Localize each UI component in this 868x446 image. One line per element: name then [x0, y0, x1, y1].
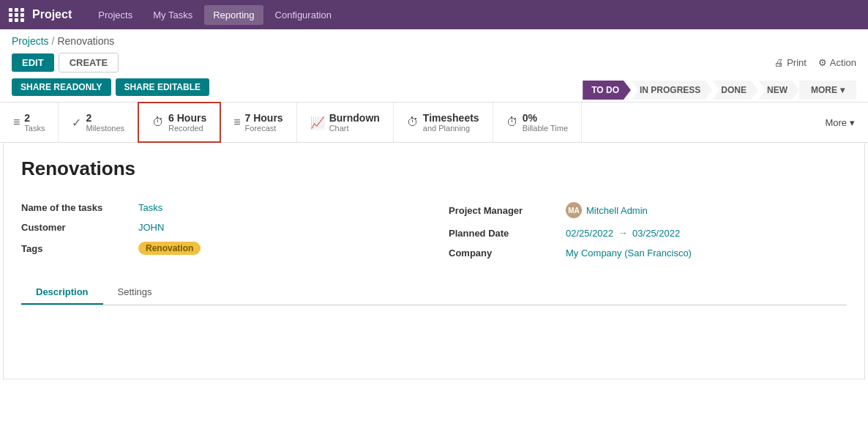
date-start: 02/25/2022: [566, 228, 613, 239]
milestones-icon: ✓: [72, 116, 81, 130]
date-end: 03/25/2022: [632, 228, 680, 239]
chevron-down-icon: ▾: [840, 85, 845, 95]
stat-billable[interactable]: ⏱ 0% Billable Time: [493, 103, 582, 142]
customer-label: Customer: [21, 222, 138, 233]
breadcrumb-separator: /: [52, 35, 55, 47]
app-grid-icon[interactable]: [9, 8, 25, 22]
billable-icon: ⏱: [506, 116, 518, 129]
edit-button[interactable]: EDIT: [12, 53, 54, 72]
nav-links: Projects My Tasks Reporting Configuratio…: [89, 5, 340, 25]
milestones-label: Milestones: [86, 124, 124, 133]
name-of-tasks-value[interactable]: Tasks: [138, 202, 162, 213]
status-done[interactable]: DONE: [712, 81, 758, 100]
chevron-down-icon-stats: ▾: [850, 117, 855, 128]
manager-name: Mitchell Admin: [586, 205, 648, 216]
stat-hours-recorded[interactable]: ⏱ 6 Hours Recorded: [138, 102, 221, 143]
avatar: MA: [566, 202, 582, 218]
action-bar-left: EDIT CREATE: [12, 53, 119, 73]
stat-milestones[interactable]: ✓ 2 Milestones: [59, 103, 138, 142]
stat-hours-forecast[interactable]: ≡ 7 Hours Forecast: [220, 103, 296, 142]
tab-settings[interactable]: Settings: [103, 280, 167, 305]
share-editable-button[interactable]: SHARE EDITABLE: [116, 78, 209, 96]
timesheets-icon: ⏱: [407, 116, 419, 129]
name-of-tasks-label: Name of the tasks: [21, 202, 138, 213]
status-pipeline: TO DO IN PROGRESS DONE NEW MORE ▾: [583, 81, 856, 100]
tab-description[interactable]: Description: [21, 280, 103, 305]
status-done-label: DONE: [712, 81, 758, 100]
tab-content-description: [21, 305, 847, 364]
planned-date-value[interactable]: 02/25/2022 → 03/25/2022: [566, 227, 680, 239]
customer-value[interactable]: JOHN: [138, 222, 164, 233]
tags-label: Tags: [21, 243, 138, 254]
burndown-label: Chart: [329, 124, 380, 133]
breadcrumb: Projects / Renovations: [0, 29, 868, 50]
share-status-bar: SHARE READONLY SHARE EDITABLE TO DO IN P…: [0, 78, 868, 103]
tags-value[interactable]: Renovation: [138, 242, 201, 255]
fields-grid: Name of the tasks Tasks Customer JOHN Ta…: [21, 198, 847, 263]
status-inprogress[interactable]: IN PROGRESS: [631, 81, 712, 100]
project-title: Renovations: [21, 157, 847, 180]
project-manager-label: Project Manager: [449, 205, 566, 216]
tasks-value: 2: [24, 112, 45, 124]
status-todo-label: TO DO: [583, 81, 631, 100]
action-button[interactable]: ⚙ Action: [818, 57, 856, 68]
nav-my-tasks[interactable]: My Tasks: [144, 5, 201, 25]
billable-value: 0%: [523, 112, 568, 124]
app-name: Project: [32, 8, 72, 21]
status-new-label: NEW: [758, 81, 799, 100]
status-new[interactable]: NEW: [758, 81, 799, 100]
share-buttons: SHARE READONLY SHARE EDITABLE: [12, 78, 209, 102]
nav-reporting[interactable]: Reporting: [204, 5, 263, 25]
company-label: Company: [449, 248, 566, 259]
stats-more-label: More: [825, 117, 847, 128]
fields-left: Name of the tasks Tasks Customer JOHN Ta…: [21, 198, 419, 263]
share-readonly-button[interactable]: SHARE READONLY: [12, 78, 111, 96]
field-customer: Customer JOHN: [21, 218, 419, 237]
action-bar: EDIT CREATE 🖨 Print ⚙ Action: [0, 50, 868, 78]
hours-forecast-label: Forecast: [245, 124, 283, 133]
detail-tabs: Description Settings: [21, 280, 847, 305]
milestones-value: 2: [86, 112, 124, 124]
gear-icon: ⚙: [818, 57, 827, 68]
field-name-of-tasks: Name of the tasks Tasks: [21, 198, 419, 218]
field-company: Company My Company (San Francisco): [449, 243, 847, 263]
hours-forecast-value: 7 Hours: [245, 112, 283, 124]
breadcrumb-current: Renovations: [57, 35, 114, 47]
company-value[interactable]: My Company (San Francisco): [566, 248, 692, 259]
timesheets-label: and Planning: [423, 124, 479, 133]
project-manager-value[interactable]: MA Mitchell Admin: [566, 202, 648, 218]
stat-timesheets[interactable]: ⏱ Timesheets and Planning: [394, 103, 493, 142]
status-more-label: MORE: [811, 85, 837, 95]
stat-burndown[interactable]: 📈 Burndown Chart: [297, 103, 394, 142]
nav-configuration[interactable]: Configuration: [266, 5, 340, 25]
field-planned-date: Planned Date 02/25/2022 → 03/25/2022: [449, 223, 847, 243]
content-area: Renovations Name of the tasks Tasks Cust…: [3, 143, 865, 379]
field-tags: Tags Renovation: [21, 237, 419, 259]
print-label: Print: [787, 57, 807, 68]
forecast-icon: ≡: [233, 116, 240, 129]
nav-projects[interactable]: Projects: [89, 5, 141, 25]
date-arrow-icon: →: [618, 227, 628, 239]
planned-date-label: Planned Date: [449, 228, 566, 239]
tasks-icon: ≡: [13, 116, 20, 129]
print-button[interactable]: 🖨 Print: [774, 57, 807, 68]
breadcrumb-parent[interactable]: Projects: [12, 35, 49, 47]
chart-icon: 📈: [310, 116, 325, 130]
clock-icon: ⏱: [152, 116, 164, 129]
billable-label: Billable Time: [523, 124, 568, 133]
hours-recorded-label: Recorded: [168, 124, 206, 133]
status-more[interactable]: MORE ▾: [799, 81, 856, 100]
fields-right: Project Manager MA Mitchell Admin Planne…: [449, 198, 847, 263]
hours-recorded-value: 6 Hours: [168, 112, 206, 124]
top-nav: Project Projects My Tasks Reporting Conf…: [0, 0, 868, 29]
field-project-manager: Project Manager MA Mitchell Admin: [449, 198, 847, 223]
stat-tasks[interactable]: ≡ 2 Tasks: [0, 103, 59, 142]
stats-bar: ≡ 2 Tasks ✓ 2 Milestones ⏱ 6 Hours Recor…: [0, 103, 868, 143]
action-bar-right: 🖨 Print ⚙ Action: [774, 57, 856, 68]
timesheets-value: Timesheets: [423, 112, 479, 124]
burndown-value: Burndown: [329, 112, 380, 124]
status-todo[interactable]: TO DO: [583, 81, 631, 100]
stats-more-button[interactable]: More ▾: [812, 103, 868, 142]
create-button[interactable]: CREATE: [59, 53, 119, 73]
tasks-label: Tasks: [24, 124, 45, 133]
